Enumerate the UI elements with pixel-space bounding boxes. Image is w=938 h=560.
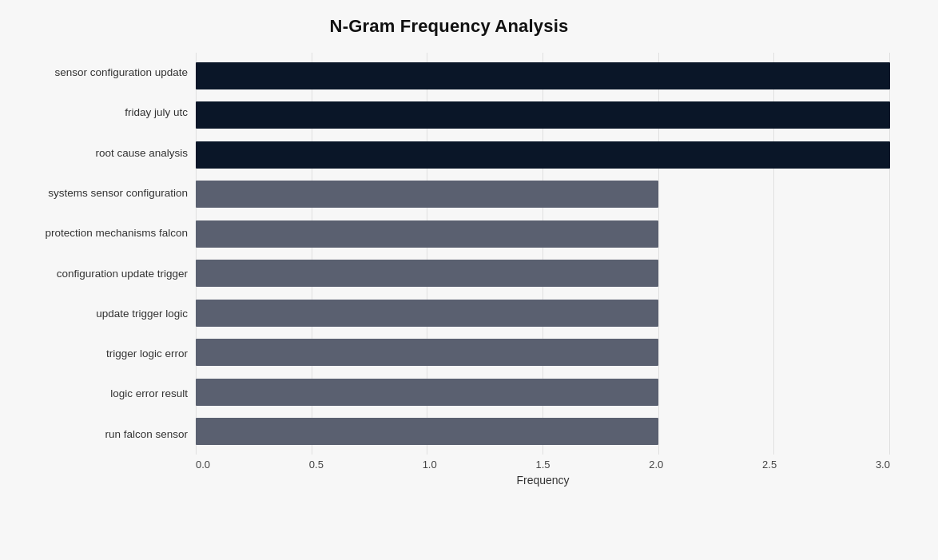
bar <box>196 300 658 327</box>
bar-row <box>196 217 890 251</box>
bars-and-xaxis: 0.00.51.01.52.02.53.0 Frequency <box>196 53 890 485</box>
x-tick-label: 0.5 <box>309 459 324 471</box>
bars-wrapper <box>196 53 890 455</box>
bar-row <box>196 375 890 409</box>
x-tick-label: 0.0 <box>196 459 210 471</box>
x-axis: 0.00.51.01.52.02.53.0 Frequency <box>196 455 890 485</box>
y-label: update trigger logic <box>8 308 188 320</box>
x-tick-label: 1.5 <box>535 459 550 471</box>
y-label: friday july utc <box>8 106 188 119</box>
bars-column <box>196 53 890 455</box>
y-label: logic error result <box>8 387 188 400</box>
bar-row <box>196 415 890 448</box>
bar-row <box>196 98 890 132</box>
bar <box>196 260 658 287</box>
x-tick-label: 3.0 <box>876 459 890 471</box>
y-label: run falcon sensor <box>8 428 188 441</box>
bar-row <box>196 256 890 290</box>
bar <box>196 339 658 366</box>
y-label: protection mechanisms falcon <box>8 227 188 240</box>
bar <box>196 101 890 129</box>
bar-row <box>196 336 890 369</box>
y-label: systems sensor configuration <box>8 187 188 200</box>
y-label: trigger logic error <box>8 348 188 360</box>
bar <box>196 62 890 89</box>
bar <box>196 141 890 169</box>
x-axis-label: Frequency <box>196 474 890 487</box>
bar-row <box>196 296 890 330</box>
x-ticks: 0.00.51.01.52.02.53.0 <box>196 455 890 471</box>
x-tick-label: 1.0 <box>423 459 437 471</box>
bar-row <box>196 177 890 211</box>
y-label: sensor configuration update <box>8 66 188 79</box>
y-label: configuration update trigger <box>8 268 188 280</box>
chart-area: sensor configuration updatefriday july u… <box>8 53 890 485</box>
chart-title: N-Gram Frequency Analysis <box>8 16 890 37</box>
y-labels: sensor configuration updatefriday july u… <box>8 53 196 485</box>
bar <box>196 220 658 248</box>
bar-row <box>196 59 890 93</box>
bar <box>196 418 658 445</box>
x-tick-label: 2.0 <box>649 459 663 471</box>
y-label: root cause analysis <box>8 147 188 160</box>
chart-container: N-Gram Frequency Analysis sensor configu… <box>0 0 938 560</box>
bar <box>196 379 658 406</box>
x-tick-label: 2.5 <box>762 459 777 471</box>
bar-row <box>196 138 890 172</box>
bar <box>196 181 658 208</box>
